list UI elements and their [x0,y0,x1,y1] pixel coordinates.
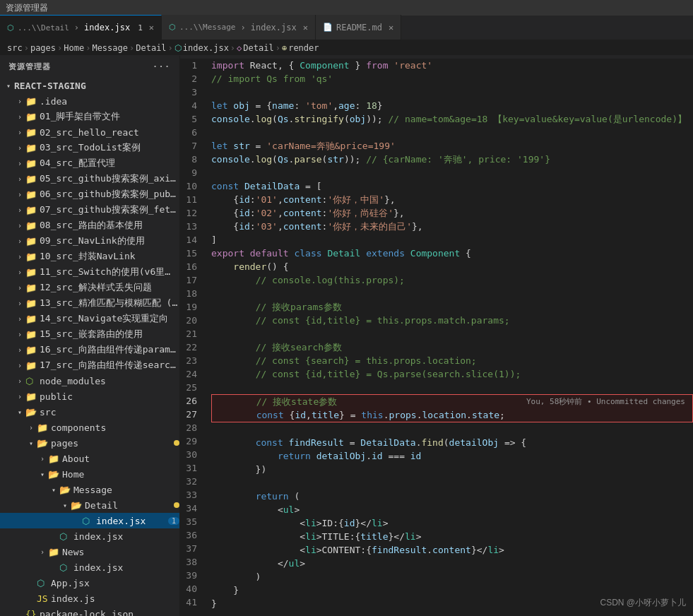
code-line-30: return detailObj.id === id [211,449,693,463]
tab-3[interactable]: 📄 README.md ✕ [316,15,401,40]
ln-10: 10 [180,179,203,193]
tree-item-pages[interactable]: ▾ 📂 pages [0,435,179,451]
tree-item-home[interactable]: ▾ 📂 Home [0,466,179,482]
tree-item-13[interactable]: › 📁 13_src_精准匹配与模糊匹配 (v6... [0,295,179,311]
tree-item-01[interactable]: › 📁 01_脚手架自带文件 [0,109,179,124]
sidebar-more-icon[interactable]: ··· [153,62,171,71]
code-line-12: {id:'02',content:'你好，尚硅谷'}, [211,206,693,220]
home-folder-icon: 📂 [48,469,59,480]
code-area[interactable]: 1 2 3 4 5 6 7 8 9 10 11 12 13 14 15 16 1… [180,59,693,616]
tree-item-pkglock[interactable]: › {} package-lock.json [0,606,179,616]
tree-item-08[interactable]: › 📁 08_src_路由的基本使用 [0,218,179,233]
bc-message[interactable]: Message [92,43,128,53]
tree-item-15[interactable]: › 📁 15_src_嵌套路由的使用 [0,326,179,342]
tree-item-index-message[interactable]: › ⬡ index.jsx [0,528,179,544]
index-detail-jsx-icon: ⬡ [82,516,93,526]
ln-16: 16 [180,260,203,273]
tree-item-index-news[interactable]: › ⬡ index.jsx [0,559,179,575]
tree-item-components[interactable]: › 📁 components [0,420,179,435]
tab-badge-1: 1 [138,23,143,32]
tab-close-2[interactable]: ✕ [303,23,308,32]
ln-18: 18 [180,287,203,300]
tree-item-12[interactable]: › 📁 12_src_解决样式丢失问题 [0,280,179,295]
code-line-5: console.log(Qs.stringify(obj)); // name=… [211,112,693,126]
code-line-14: ] [211,233,693,247]
tree-item-14[interactable]: › 📁 14_src_Navigate实现重定向 [0,311,179,326]
tree-item-index-detail[interactable]: › ⬡ index.jsx 1 [0,513,179,528]
tree-item-detail[interactable]: ▾ 📂 Detail [0,497,179,513]
14-label: 14_src_Navigate实现重定向 [40,312,179,325]
code-line-22: // 接收search参数 [211,340,693,354]
tree-item-09[interactable]: › 📁 09_src_NavLink的使用 [0,233,179,249]
tree-item-06[interactable]: › 📁 06_src_github搜索案例_pubsub [0,186,179,202]
tab-close-1[interactable]: ✕ [149,23,154,32]
ln-21: 21 [180,327,203,340]
tree-item-node[interactable]: › ⬡ node_modules [0,373,179,389]
tree-item-03[interactable]: › 📁 03_src_TodoList案例 [0,140,179,155]
bc-home[interactable]: Home [64,43,84,53]
ln-8: 8 [180,153,203,166]
ln-39: 39 [180,569,203,582]
10-label: 10_src_封装NavLink [40,250,179,263]
tree-item-02[interactable]: › 📁 02_src_hello_react [0,124,179,140]
pages-label: pages [51,438,171,449]
bc-src[interactable]: src [7,43,23,53]
bc-render[interactable]: render [288,43,319,53]
code-line-7: let str = 'carName=奔驰&price=199' [211,139,693,153]
tree-item-17[interactable]: › 📁 17_src_向路由组件传递search参数 [0,357,179,373]
tree-item-news[interactable]: › 📁 News [0,544,179,559]
pages-folder-icon: 📂 [37,438,48,449]
detail-arrow: ▾ [59,502,71,509]
bc-detail-class[interactable]: Detail [243,43,273,53]
12-label: 12_src_解决样式丢失问题 [40,281,179,294]
bc-jsx-icon: ⬡ [174,43,182,53]
ln-19: 19 [180,300,203,314]
public-arrow: › [14,393,25,401]
code-lines[interactable]: import React, { Component } from 'react'… [208,59,693,616]
bc-pages[interactable]: pages [30,43,56,53]
tab-2[interactable]: ⬡ ...\\Message › index.jsx ✕ [162,15,316,40]
tree-item-about[interactable]: › 📁 About [0,451,179,466]
code-line-16: render() { [211,260,693,273]
ln-27: 27 [180,408,203,421]
app-label: App.jsx [51,578,179,588]
tree-item-16[interactable]: › 📁 16_src_向路由组件传递params参数 [0,342,179,357]
17-label: 17_src_向路由组件传递search参数 [40,359,179,372]
tab-path-2: ...\\Message [179,23,235,32]
ln-1: 1 [180,59,203,72]
code-line-13: {id:'03',content:'你好，未来的自己'}, [211,220,693,233]
tree-item-public[interactable]: › 📁 public [0,389,179,404]
ln-13: 13 [180,220,203,233]
05-arrow: › [14,175,25,183]
tree-item-10[interactable]: › 📁 10_src_封装NavLink [0,249,179,264]
tree-item-idea[interactable]: › 📁 .idea [0,93,179,109]
ln-6: 6 [180,126,203,139]
title-bar: 资源管理器 [0,0,693,16]
tree-item-message[interactable]: ▾ 📂 Message [0,482,179,497]
code-line-34: <ul> [211,503,693,516]
tree-item-05[interactable]: › 📁 05_src_github搜索案例_axios [0,171,179,186]
code-line-20: // const {id,title} = this.props.match.p… [211,314,693,327]
tree-item-11[interactable]: › 📁 11_src_Switch的使用(v6里更名为... [0,264,179,280]
tree-item-04[interactable]: › 📁 04_src_配置代理 [0,155,179,171]
ln-38: 38 [180,555,203,569]
editor: 1 2 3 4 5 6 7 8 9 10 11 12 13 14 15 16 1… [180,56,693,616]
src-arrow: ▾ [14,408,25,416]
13-arrow: › [14,300,25,307]
tree-item-src[interactable]: ▾ 📂 src [0,404,179,420]
tab-close-3[interactable]: ✕ [389,23,393,32]
ln-3: 3 [180,85,203,99]
code-line-9 [211,166,693,179]
tree-item-app[interactable]: › ⬡ App.jsx [0,575,179,591]
node-label: node_modules [40,376,179,386]
git-tooltip-text: You, 58秒钟前 • Uncommitted changes [526,395,685,408]
14-arrow: › [14,315,25,323]
root-item[interactable]: ▾ REACT-STAGING [0,78,179,93]
indexjs-icon: JS [37,593,48,604]
tab-1[interactable]: ⬡ ...\\Detail › index.jsx 1 ✕ [0,15,162,40]
tree-item-indexjs[interactable]: › JS index.js [0,591,179,606]
bc-indexjsx[interactable]: index.jsx [183,43,229,53]
tree-item-07[interactable]: › 📁 07_src_github搜索案例_fetch [0,202,179,218]
bc-detail[interactable]: Detail [136,43,166,53]
ln-33: 33 [180,488,203,502]
